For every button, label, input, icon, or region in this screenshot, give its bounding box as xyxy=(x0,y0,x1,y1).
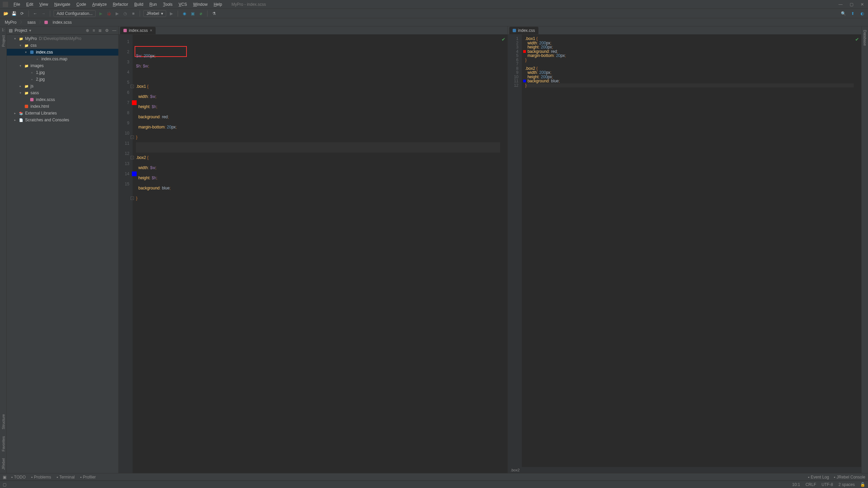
profile-icon[interactable]: ◷ xyxy=(122,11,128,17)
status-bar: ▢ 10:1 CRLF UTF-8 2 spaces 🔓 xyxy=(0,481,868,488)
tree-item-2-jpg[interactable]: ▫2.jpg xyxy=(7,76,118,83)
project-dropdown-icon[interactable]: ▤ xyxy=(9,28,13,33)
menu-vcs[interactable]: VCS xyxy=(176,1,190,7)
bottom-tool-bar: ▣ ▪ TODO▪ Problems▪ Terminal▪ Profiler ▪… xyxy=(0,473,868,481)
select-opened-file-icon[interactable]: ⊕ xyxy=(86,28,89,33)
window-title: MyPro - index.scss xyxy=(232,2,266,7)
tool-profiler[interactable]: ▪ Profiler xyxy=(80,475,96,480)
favorites-tool-tab[interactable]: Favorites xyxy=(1,436,5,451)
breadcrumb-item[interactable]: MyPro xyxy=(3,19,19,25)
settings-gear-icon[interactable]: ⚙ xyxy=(105,28,109,33)
collapse-all-icon[interactable]: ≣ xyxy=(98,28,102,33)
line-gutter-left[interactable]: 123456789101112131415 xyxy=(119,35,133,473)
jr2-icon[interactable]: ▣ xyxy=(190,11,196,17)
menu-build[interactable]: Build xyxy=(132,1,146,7)
code-area-left[interactable]: $w: 200px;$h: $w;-.box1 { width: $w; hei… xyxy=(133,35,503,473)
project-tab-num[interactable]: 1: xyxy=(2,28,5,32)
window-controls: — ▢ ✕ xyxy=(837,2,865,7)
indent-settings[interactable]: 2 spaces xyxy=(839,482,855,487)
menu-edit[interactable]: Edit xyxy=(23,1,36,7)
tree-item-css[interactable]: ▾📁css xyxy=(7,42,118,49)
menu-analyze[interactable]: Analyze xyxy=(90,1,110,7)
error-stripe-left[interactable] xyxy=(504,35,508,473)
jrebel-combo[interactable]: JRebel▾ xyxy=(143,10,166,17)
menu-view[interactable]: View xyxy=(37,1,51,7)
close-button[interactable]: ✕ xyxy=(859,2,865,7)
menu-tools[interactable]: Tools xyxy=(160,1,175,7)
file-encoding[interactable]: UTF-8 xyxy=(822,482,833,487)
tree-item-Scratches-and-Consoles[interactable]: ▸📄Scratches and Consoles xyxy=(7,117,118,123)
tree-item-images[interactable]: ▾📁images xyxy=(7,62,118,69)
expand-all-icon[interactable]: ≡ xyxy=(93,28,95,33)
line-gutter-right[interactable]: 123456789101112 xyxy=(508,35,522,467)
maximize-button[interactable]: ▢ xyxy=(848,2,854,7)
project-header-title[interactable]: Project xyxy=(15,28,27,33)
tool-event-log[interactable]: ▪ Event Log xyxy=(808,475,829,480)
title-bar: FileEditViewNavigateCodeAnalyzeRefactorB… xyxy=(0,0,868,9)
tree-item-External-Libraries[interactable]: ▸📚External Libraries xyxy=(7,110,118,117)
editor-body-left[interactable]: 123456789101112131415 $w: 200px;$h: $w;-… xyxy=(119,35,508,473)
tree-item-index-css[interactable]: ▾index.css xyxy=(7,49,118,56)
app-icon xyxy=(3,2,8,7)
coverage-icon[interactable]: ▶ xyxy=(114,11,120,17)
stop-icon[interactable]: ■ xyxy=(130,11,136,17)
tree-item-index-scss[interactable]: index.scss xyxy=(7,96,118,103)
caret-position[interactable]: 10:1 xyxy=(792,482,800,487)
tree-item-sass[interactable]: ▾📁sass xyxy=(7,89,118,96)
run-icon[interactable]: ▶ xyxy=(98,11,104,17)
breadcrumb-item[interactable]: index.scss xyxy=(51,19,74,25)
jr4-icon[interactable]: ⚗ xyxy=(211,11,217,17)
menu-code[interactable]: Code xyxy=(74,1,89,7)
editor-body-right[interactable]: 123456789101112 .box1 { width: 200px; he… xyxy=(508,35,861,467)
menu-run[interactable]: Run xyxy=(147,1,160,7)
update-icon[interactable]: ⬆ xyxy=(850,11,856,17)
error-stripe-right[interactable] xyxy=(857,35,861,467)
tab-close-icon[interactable]: × xyxy=(150,28,152,33)
editor-tab-index-scss[interactable]: index.scss × xyxy=(120,27,156,34)
settings-icon[interactable]: ◐ xyxy=(859,11,865,17)
inspection-ok-icon[interactable]: ✔ xyxy=(855,37,859,42)
editor-split: index.scss × 123456789101112131415 $w: 2… xyxy=(119,26,861,473)
hide-panel-icon[interactable]: — xyxy=(112,28,116,33)
tool-todo[interactable]: ▪ TODO xyxy=(11,475,26,480)
tool-jrebel-console[interactable]: ▪ JRebel Console xyxy=(834,475,865,480)
back-icon[interactable]: ← xyxy=(32,11,38,17)
open-icon[interactable]: 📂 xyxy=(3,11,9,17)
breadcrumb-item[interactable]: sass xyxy=(25,19,38,25)
inspection-ok-icon[interactable]: ✔ xyxy=(501,37,506,42)
jrebel-tool-tab[interactable]: JRebel xyxy=(1,458,5,470)
minimize-button[interactable]: — xyxy=(837,2,844,7)
tree-item-1-jpg[interactable]: ▫1.jpg xyxy=(7,69,118,76)
jrebel-run-icon[interactable]: ▶ xyxy=(168,11,174,17)
tool-problems[interactable]: ▪ Problems xyxy=(31,475,51,480)
tool-terminal[interactable]: ▪ Terminal xyxy=(57,475,75,480)
forward-icon[interactable]: → xyxy=(40,11,46,17)
code-area-right[interactable]: .box1 { width: 200px; height: 200px; bac… xyxy=(522,35,857,467)
menu-file[interactable]: File xyxy=(11,1,23,7)
tree-item-index-css-map[interactable]: ▫index.css.map xyxy=(7,56,118,62)
readonly-lock-icon[interactable]: 🔓 xyxy=(860,482,865,487)
jr1-icon[interactable]: ◉ xyxy=(181,11,188,17)
hide-tool-windows-icon[interactable]: ▣ xyxy=(3,475,6,480)
debug-icon[interactable]: 🐞 xyxy=(106,11,112,17)
jr3-icon[interactable]: ⌀ xyxy=(198,11,204,17)
project-tool-tab[interactable]: Project xyxy=(1,35,5,47)
run-config-combo[interactable]: Add Configuration... xyxy=(54,10,96,17)
tree-root[interactable]: ▾ 📁 MyPro D:\Develop\Web\MyPro xyxy=(7,35,118,42)
menu-help[interactable]: Help xyxy=(211,1,225,7)
menu-refactor[interactable]: Refactor xyxy=(110,1,131,7)
structure-tool-tab[interactable]: Structure xyxy=(1,414,5,429)
menu-window[interactable]: Window xyxy=(190,1,210,7)
line-separator[interactable]: CRLF xyxy=(806,482,816,487)
search-icon[interactable]: 🔍 xyxy=(840,11,846,17)
project-tree[interactable]: ▾ 📁 MyPro D:\Develop\Web\MyPro ▾📁css▾ind… xyxy=(7,35,118,473)
editor-tab-index-css[interactable]: index.css xyxy=(509,27,538,34)
menu-navigate[interactable]: Navigate xyxy=(52,1,73,7)
sync-icon[interactable]: ⟳ xyxy=(19,11,25,17)
editor-crumb-right[interactable]: .box2 xyxy=(508,467,861,473)
tree-item-index-html[interactable]: index.html xyxy=(7,103,118,110)
editor-tabs-right: index.css xyxy=(508,26,861,35)
save-icon[interactable]: 💾 xyxy=(11,11,17,17)
database-tool-tab[interactable]: Database xyxy=(863,30,867,46)
tree-item-js[interactable]: ▸📁js xyxy=(7,83,118,89)
